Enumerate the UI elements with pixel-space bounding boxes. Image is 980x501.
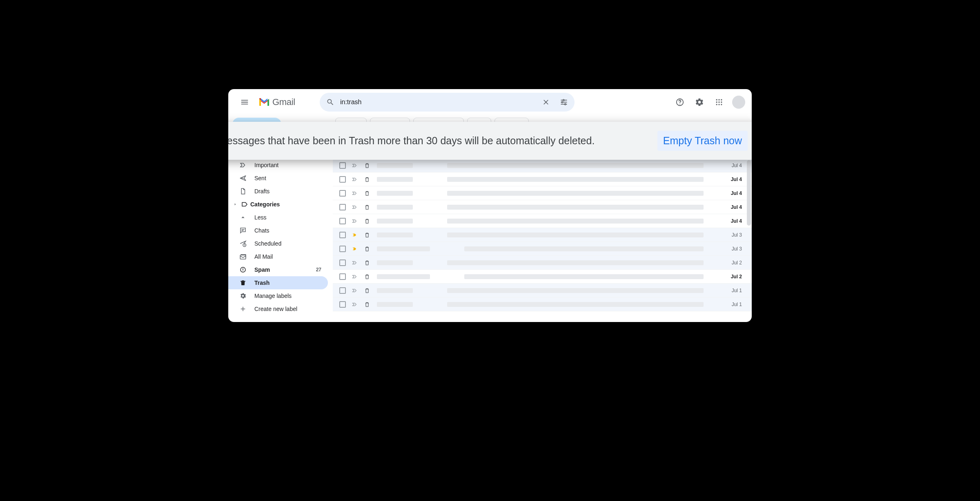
apps-button[interactable]: [711, 94, 727, 110]
search-options-button[interactable]: [556, 94, 572, 110]
row-date: Jul 2: [726, 274, 742, 280]
help-icon: [675, 98, 684, 107]
apps-icon: [715, 98, 723, 106]
sidebar-item-create-new-label[interactable]: Create new label: [228, 302, 328, 315]
settings-button[interactable]: [691, 94, 708, 110]
row-date: Jul 4: [726, 163, 742, 168]
sidebar-item-label: Spam: [254, 266, 270, 273]
clear-search-button[interactable]: [538, 94, 554, 110]
scrollbar-thumb[interactable]: [747, 160, 751, 226]
sidebar-item-label: Categories: [250, 201, 280, 208]
search-icon: [326, 98, 334, 106]
svg-point-11: [716, 99, 717, 101]
sidebar-item-less[interactable]: Less: [228, 211, 328, 224]
important-marker[interactable]: [352, 232, 358, 238]
sidebar-item-categories[interactable]: Categories: [228, 198, 328, 211]
sidebar-item-manage-labels[interactable]: Manage labels: [228, 289, 328, 302]
gmail-logo-icon: [258, 98, 270, 107]
sidebar-item-important[interactable]: Important: [228, 159, 328, 172]
mail-row[interactable]: Jul 3: [333, 228, 752, 242]
mail-row[interactable]: Jul 4: [333, 200, 752, 214]
subject-placeholder: [447, 177, 704, 182]
svg-point-13: [721, 99, 722, 101]
svg-rect-22: [240, 255, 246, 259]
row-checkbox[interactable]: [339, 259, 346, 266]
sidebar-item-trash[interactable]: Trash: [228, 276, 328, 289]
row-checkbox[interactable]: [339, 204, 346, 210]
row-checkbox[interactable]: [339, 190, 346, 197]
empty-trash-now-button[interactable]: Empty Trash now: [657, 131, 748, 151]
sidebar-item-spam[interactable]: Spam27: [228, 263, 328, 276]
sidebar-item-sent[interactable]: Sent: [228, 172, 328, 185]
important-marker[interactable]: [352, 301, 358, 308]
sidebar-item-drafts[interactable]: Drafts: [228, 185, 328, 198]
mail-row[interactable]: Jul 2: [333, 270, 752, 284]
important-marker[interactable]: [352, 259, 358, 266]
gear-icon: [239, 292, 247, 300]
search-input[interactable]: [340, 98, 536, 106]
mail-row[interactable]: Jul 2: [333, 256, 752, 270]
gmail-logo[interactable]: Gmail: [258, 97, 295, 107]
subject-placeholder: [447, 288, 704, 293]
sidebar-item-chats[interactable]: Chats: [228, 224, 328, 237]
mail-row[interactable]: Jul 1: [333, 284, 752, 297]
mail-list: Jul 4Jul 4Jul 4Jul 4Jul 4Jul 3Jul 3Jul 2…: [333, 159, 752, 322]
svg-point-7: [561, 101, 563, 103]
svg-point-19: [721, 104, 722, 105]
menu-icon: [240, 98, 249, 107]
sent-icon: [239, 174, 247, 182]
mail-row[interactable]: Jul 1: [333, 297, 752, 311]
important-marker[interactable]: [352, 246, 358, 252]
mail-row[interactable]: Jul 4: [333, 159, 752, 172]
sender-placeholder: [377, 177, 413, 182]
help-button[interactable]: [672, 94, 688, 110]
row-checkbox[interactable]: [339, 162, 346, 169]
subject-placeholder: [464, 274, 704, 279]
svg-point-10: [679, 104, 680, 105]
row-checkbox[interactable]: [339, 273, 346, 280]
row-checkbox[interactable]: [339, 232, 346, 238]
row-checkbox[interactable]: [339, 176, 346, 183]
mail-row[interactable]: Jul 4: [333, 214, 752, 228]
sender-placeholder: [377, 219, 413, 224]
mail-row[interactable]: Jul 3: [333, 242, 752, 256]
row-checkbox[interactable]: [339, 218, 346, 224]
trash-icon: [364, 259, 370, 266]
trash-icon: [364, 232, 370, 238]
important-marker[interactable]: [352, 176, 358, 183]
gear-icon: [695, 98, 704, 107]
important-marker[interactable]: [352, 162, 358, 169]
tune-icon: [560, 98, 568, 106]
subject-placeholder: [447, 205, 704, 210]
sidebar-item-label: Chats: [254, 227, 270, 234]
drafts-icon: [239, 188, 247, 195]
search-bar: [320, 93, 575, 112]
main-menu-button[interactable]: [235, 92, 254, 112]
allmail-icon: [239, 253, 247, 260]
sidebar-item-scheduled[interactable]: Scheduled: [228, 237, 328, 250]
sender-placeholder: [377, 233, 413, 237]
row-date: Jul 4: [726, 218, 742, 224]
important-marker[interactable]: [352, 287, 358, 294]
mail-row[interactable]: Jul 4: [333, 172, 752, 186]
important-marker[interactable]: [352, 204, 358, 210]
svg-point-17: [716, 104, 717, 105]
svg-rect-1: [564, 100, 567, 101]
row-checkbox[interactable]: [339, 246, 346, 252]
account-avatar[interactable]: [732, 96, 745, 109]
row-checkbox[interactable]: [339, 301, 346, 308]
svg-point-18: [718, 104, 719, 105]
important-marker[interactable]: [352, 218, 358, 224]
chevron-up-icon: [239, 214, 247, 221]
row-checkbox[interactable]: [339, 287, 346, 294]
subject-placeholder: [447, 260, 704, 265]
sidebar-item-all-mail[interactable]: All Mail: [228, 250, 328, 263]
search-button[interactable]: [322, 94, 339, 110]
scheduled-icon: [239, 240, 247, 247]
mail-row[interactable]: Jul 4: [333, 186, 752, 200]
important-marker[interactable]: [352, 273, 358, 280]
important-marker[interactable]: [352, 190, 358, 197]
trash-icon: [364, 273, 370, 280]
sidebar-item-label: Scheduled: [254, 240, 281, 247]
row-date: Jul 3: [726, 246, 742, 252]
